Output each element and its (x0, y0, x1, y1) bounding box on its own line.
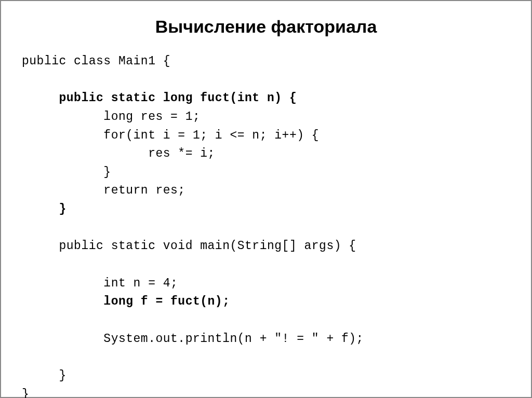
code-line-bold: long f = fuct(n); (22, 295, 230, 308)
code-line: } (22, 369, 66, 382)
code-line: } (22, 166, 111, 179)
slide-container: Вычисление факториала public class Main1… (0, 0, 532, 398)
code-line: long res = 1; (22, 110, 200, 123)
slide-title: Вычисление факториала (22, 17, 510, 37)
code-line-bold: public static long fuct(int n) { (22, 91, 297, 105)
code-line: res *= i; (22, 147, 215, 160)
code-line: } (22, 388, 29, 398)
code-line-bold: } (22, 202, 66, 216)
code-line: return res; (22, 184, 185, 197)
code-line: public class Main1 { (22, 54, 170, 68)
code-line: int n = 4; (22, 277, 178, 290)
code-line: for(int i = 1; i <= n; i++) { (22, 129, 319, 142)
code-block: public class Main1 { public static long … (22, 52, 510, 398)
code-line: public static void main(String[] args) { (22, 239, 356, 253)
code-line: System.out.println(n + "! = " + f); (22, 332, 364, 346)
